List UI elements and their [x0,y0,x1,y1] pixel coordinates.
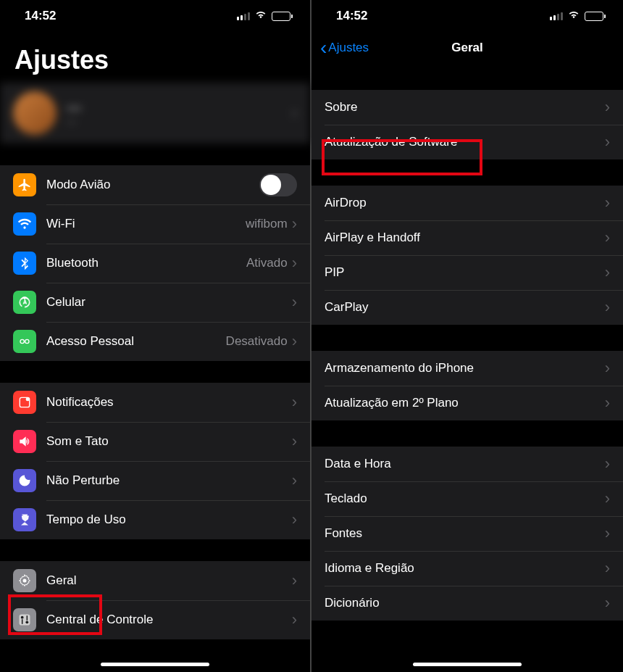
system-group: Geral›Central de Controle› [0,561,310,639]
airplane-icon [13,173,36,196]
svg-point-2 [25,339,29,343]
airplane-mode-row[interactable]: Modo Avião [0,165,310,204]
row-label: Fontes [325,526,605,541]
sound-icon [13,430,36,453]
chevron-right-icon: › [605,263,610,282]
chevron-right-icon: › [605,455,610,473]
alerts-group: Notificações›Som e Tato›Não Perturbe›Tem… [0,383,310,539]
row-label: PIP [325,265,605,280]
cellular-icon [13,291,36,314]
notif-icon [13,391,36,414]
toggle-switch[interactable] [259,173,297,196]
back-button[interactable]: ‹ Ajustes [320,38,369,58]
dictionary-row[interactable]: Dicionário› [312,586,623,621]
general-settings-screen: 14:52 ‹ Ajustes Geral Sobre›Atualização … [312,0,623,672]
apple-id-row[interactable]: — — › [0,83,310,144]
battery-icon [272,12,293,21]
home-indicator[interactable] [413,663,522,666]
home-indicator[interactable] [101,663,209,666]
row-label: Tempo de Uso [46,513,292,527]
wifi-row[interactable]: Wi-Fiwifibom› [0,204,310,244]
nav-title: Geral [451,41,482,55]
profile-name: — [67,99,282,116]
chevron-right-icon: › [292,471,297,490]
row-label: Som e Tato [46,434,292,449]
connectivity-features-group: AirDrop›AirPlay e Handoff›PIP›CarPlay› [312,186,623,325]
cellular-signal-icon [550,12,563,20]
chevron-right-icon: › [292,254,297,273]
chevron-right-icon: › [605,524,610,543]
sound-row[interactable]: Som e Tato› [0,422,310,461]
settings-main-screen: 14:52 Ajustes — — › Modo AviãoWi-Fiwifib… [0,0,312,672]
general-row[interactable]: Geral› [0,561,310,600]
status-bar: 14:52 [312,0,623,32]
chevron-right-icon: › [292,215,297,233]
nav-bar: ‹ Ajustes Geral [312,32,623,64]
status-bar: 14:52 [0,0,310,32]
datetime-row[interactable]: Data e Hora› [312,447,623,481]
notifications-row[interactable]: Notificações› [0,383,310,422]
pip-row[interactable]: PIP› [312,255,623,290]
svg-rect-6 [20,615,30,626]
row-value: Desativado [226,334,288,349]
wifi-icon [13,212,36,236]
chevron-right-icon: › [605,489,610,508]
row-label: Idioma e Região [325,561,605,576]
row-label: Geral [46,573,292,588]
control-center-row[interactable]: Central de Controle› [0,600,310,639]
status-time: 14:52 [25,9,56,23]
storage-row[interactable]: Armazenamento do iPhone› [312,351,623,386]
chevron-right-icon: › [292,571,297,590]
fonts-row[interactable]: Fontes› [312,516,623,551]
keyboard-row[interactable]: Teclado› [312,481,623,516]
chevron-right-icon: › [605,594,610,613]
hotspot-row[interactable]: Acesso PessoalDesativado› [0,322,310,361]
row-label: Atualização de Software [325,135,605,149]
chevron-right-icon: › [605,228,610,247]
row-label: Data e Hora [325,457,605,471]
dnd-icon [13,469,36,492]
row-label: Atualização em 2º Plano [325,396,605,410]
airdrop-row[interactable]: AirDrop› [312,186,623,220]
row-label: Dicionário [325,596,605,610]
row-label: AirDrop [325,196,605,210]
chevron-right-icon: › [605,98,610,117]
control-icon [13,608,36,631]
row-label: Bluetooth [46,256,246,270]
chevron-right-icon: › [292,104,297,123]
row-label: Sobre [325,100,605,115]
battery-icon [585,12,606,21]
avatar [13,91,57,135]
airplay-row[interactable]: AirPlay e Handoff› [312,220,623,255]
language-row[interactable]: Idioma e Região› [312,551,623,586]
row-value: Ativado [246,256,288,270]
about-group: Sobre›Atualização de Software› [312,90,623,159]
svg-point-4 [26,397,30,401]
svg-point-7 [21,616,24,619]
chevron-right-icon: › [292,393,297,412]
background-refresh-row[interactable]: Atualização em 2º Plano› [312,386,623,420]
row-label: AirPlay e Handoff [325,231,605,245]
row-value: wifibom [246,217,288,231]
svg-point-8 [25,621,28,623]
screentime-icon [13,508,36,531]
carplay-row[interactable]: CarPlay› [312,290,623,325]
status-time: 14:52 [336,9,367,23]
connectivity-group: Modo AviãoWi-Fiwifibom›BluetoothAtivado›… [0,165,310,361]
cellular-signal-icon [237,12,250,20]
bluetooth-row[interactable]: BluetoothAtivado› [0,244,310,283]
chevron-right-icon: › [292,293,297,312]
row-label: Não Perturbe [46,473,292,488]
wifi-icon [254,9,267,23]
about-row[interactable]: Sobre› [312,90,623,125]
chevron-right-icon: › [605,359,610,378]
wifi-icon [567,9,580,23]
chevron-right-icon: › [605,298,610,317]
screentime-row[interactable]: Tempo de Uso› [0,500,310,539]
back-label: Ajustes [328,41,369,55]
general-icon [13,569,36,592]
row-label: Modo Avião [46,178,259,192]
dnd-row[interactable]: Não Perturbe› [0,461,310,500]
cellular-row[interactable]: Celular› [0,283,310,322]
software-update-row[interactable]: Atualização de Software› [312,125,623,159]
